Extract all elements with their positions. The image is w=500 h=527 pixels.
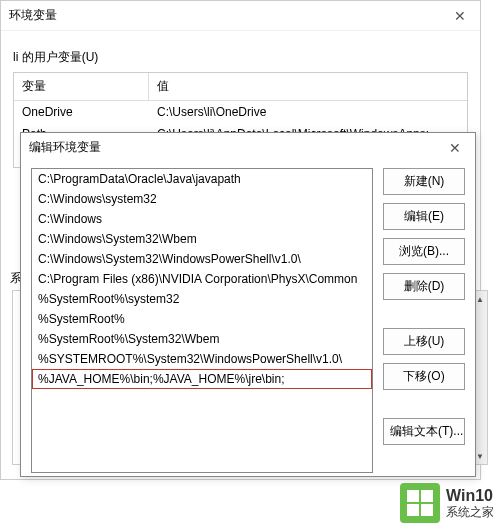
list-item[interactable]: C:\Program Files (x86)\NVIDIA Corporatio… <box>32 269 372 289</box>
watermark-line2: 系统之家 <box>446 505 494 519</box>
delete-button[interactable]: 删除(D) <box>383 273 465 300</box>
watermark-text: Win10 系统之家 <box>446 486 494 520</box>
list-item[interactable]: %SYSTEMROOT%\System32\WindowsPowerShell\… <box>32 349 372 369</box>
watermark: Win10 系统之家 <box>400 483 494 523</box>
move-up-button[interactable]: 上移(U) <box>383 328 465 355</box>
watermark-line1: Win10 <box>446 486 494 505</box>
move-down-button[interactable]: 下移(O) <box>383 363 465 390</box>
list-item[interactable]: C:\Windows\System32\Wbem <box>32 229 372 249</box>
list-item-highlighted[interactable]: %JAVA_HOME%\bin;%JAVA_HOME%\jre\bin; <box>32 369 372 389</box>
list-item[interactable]: %SystemRoot%\System32\Wbem <box>32 329 372 349</box>
list-item[interactable]: C:\ProgramData\Oracle\Java\javapath <box>32 169 372 189</box>
col-header-value[interactable]: 值 <box>149 73 467 100</box>
new-button[interactable]: 新建(N) <box>383 168 465 195</box>
outer-titlebar: 环境变量 ✕ <box>1 1 480 31</box>
browse-button[interactable]: 浏览(B)... <box>383 238 465 265</box>
close-icon[interactable]: ✕ <box>448 8 472 24</box>
cell-val: C:\Users\li\OneDrive <box>149 101 467 123</box>
inner-dialog-title: 编辑环境变量 <box>29 139 101 156</box>
col-header-variable[interactable]: 变量 <box>14 73 149 100</box>
table-header: 变量 值 <box>14 73 467 101</box>
table-row[interactable]: OneDrive C:\Users\li\OneDrive <box>14 101 467 123</box>
edit-button[interactable]: 编辑(E) <box>383 203 465 230</box>
list-item[interactable]: C:\Windows\system32 <box>32 189 372 209</box>
list-item[interactable]: %SystemRoot%\system32 <box>32 289 372 309</box>
close-icon[interactable]: ✕ <box>443 140 467 156</box>
list-item[interactable]: C:\Windows\System32\WindowsPowerShell\v1… <box>32 249 372 269</box>
button-column: 新建(N) 编辑(E) 浏览(B)... 删除(D) 上移(U) 下移(O) 编… <box>383 168 465 473</box>
inner-body: C:\ProgramData\Oracle\Java\javapath C:\W… <box>21 162 475 479</box>
inner-titlebar: 编辑环境变量 ✕ <box>21 133 475 162</box>
list-item[interactable]: %SystemRoot% <box>32 309 372 329</box>
user-vars-label: li 的用户变量(U) <box>13 49 480 66</box>
edit-env-var-dialog: 编辑环境变量 ✕ C:\ProgramData\Oracle\Java\java… <box>20 132 476 477</box>
list-item[interactable]: C:\Windows <box>32 209 372 229</box>
cell-var: OneDrive <box>14 101 149 123</box>
edit-text-button[interactable]: 编辑文本(T)... <box>383 418 465 445</box>
path-list[interactable]: C:\ProgramData\Oracle\Java\javapath C:\W… <box>31 168 373 473</box>
windows-logo-icon <box>400 483 440 523</box>
outer-dialog-title: 环境变量 <box>9 7 57 24</box>
